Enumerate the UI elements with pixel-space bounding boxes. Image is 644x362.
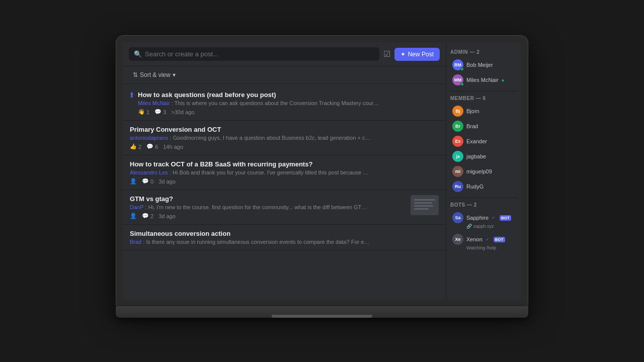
table-row[interactable]: GTM vs gtag? DanP : Hi, i'm new to the c… bbox=[123, 190, 446, 225]
comment-count: 💬 6 bbox=[146, 143, 158, 150]
post-preview-text: : Goodmorning guys, I have a question ab… bbox=[170, 135, 371, 141]
avatar: ja bbox=[452, 151, 463, 162]
new-post-icon: ✦ bbox=[400, 51, 406, 58]
new-post-label: New Post bbox=[408, 51, 434, 58]
post-preview: Miles McNair : This is where you can ask… bbox=[138, 100, 379, 106]
section-divider bbox=[450, 198, 517, 198]
avatar-initials: Ex bbox=[455, 139, 460, 144]
bot-header: Xe Xenon ✓ BOT bbox=[452, 234, 515, 245]
sidebar-item-miguelp09[interactable]: mi miguelp09 bbox=[450, 164, 517, 178]
member-section-label: MEMBER — 6 bbox=[450, 96, 517, 101]
sidebar-item-miles-mcnair[interactable]: MM Miles McNair ● bbox=[450, 73, 517, 87]
post-author: Alessandro Les bbox=[130, 169, 168, 175]
bot-badge: BOT bbox=[500, 215, 511, 221]
link-icon: 🔗 bbox=[466, 224, 472, 229]
admin-section-label: ADMIN — 2 bbox=[450, 49, 517, 55]
screen-bezel: 🔍 ☑ ✦ New Post ⇅ Sort & view bbox=[116, 35, 528, 307]
chevron-down-icon: ▾ bbox=[173, 71, 176, 78]
search-wrapper[interactable]: 🔍 bbox=[129, 47, 379, 61]
inbox-icon[interactable]: ☑ bbox=[383, 49, 390, 59]
post-body: Primary Conversion and OCT antoniodapran… bbox=[130, 126, 439, 150]
online-indicator bbox=[460, 67, 464, 71]
post-preview-text: : Hi, i'm new to the course. first quest… bbox=[145, 204, 371, 210]
avatar-small: 👤 bbox=[130, 213, 137, 219]
post-title: Simultaneous conversion action bbox=[130, 230, 439, 237]
avatar: Bj bbox=[452, 106, 463, 117]
table-row[interactable]: How to track OCT of a B2B SaaS with recu… bbox=[123, 155, 446, 190]
post-meta: 👍 2 💬 6 14h ago bbox=[130, 143, 439, 150]
avatar: Ex bbox=[452, 136, 463, 147]
pin-icon: ⬆ bbox=[129, 91, 135, 99]
table-row[interactable]: ⬆ How to ask questions (read before you … bbox=[123, 86, 446, 121]
comment-icon: 💬 bbox=[142, 178, 149, 185]
search-icon: 🔍 bbox=[134, 50, 142, 58]
sidebar-item-xenon[interactable]: Xe Xenon ✓ BOT Watching /help bbox=[450, 232, 517, 252]
sidebar-item-brad[interactable]: Br Brad bbox=[450, 119, 517, 133]
post-time: 3d ago bbox=[158, 213, 176, 219]
avatar-initials: Xe bbox=[455, 237, 460, 242]
post-body: How to track OCT of a B2B SaaS with recu… bbox=[130, 160, 439, 185]
comment-icon: 💬 bbox=[154, 109, 162, 115]
new-post-button[interactable]: ✦ New Post bbox=[394, 48, 440, 61]
bot-sub-info: Watching /help bbox=[452, 245, 515, 250]
table-row[interactable]: Simultaneous conversion action Brad : Is… bbox=[123, 225, 446, 250]
like-emoji: 👋 bbox=[138, 109, 145, 115]
user-avatar-icon: 👤 bbox=[130, 178, 137, 185]
app-container: 🔍 ☑ ✦ New Post ⇅ Sort & view bbox=[123, 42, 521, 300]
post-title: GTM vs gtag? bbox=[130, 195, 406, 203]
post-author: antoniodaprano bbox=[130, 135, 168, 141]
post-preview: Brad : Is there any issue in running sim… bbox=[130, 239, 371, 245]
post-title: How to track OCT of a B2B SaaS with recu… bbox=[130, 160, 439, 168]
online-indicator bbox=[460, 82, 464, 86]
post-time: >30d ago bbox=[171, 109, 194, 115]
activity-badge: ● bbox=[502, 77, 505, 83]
laptop-base bbox=[116, 307, 528, 318]
like-emoji: 👍 bbox=[130, 143, 137, 150]
post-meta: 👤 💬 0 3d ago bbox=[130, 178, 439, 185]
member-name: Sapphire bbox=[466, 215, 489, 221]
search-input[interactable] bbox=[145, 50, 374, 58]
sidebar-item-bjorn[interactable]: Bj Bjorn bbox=[450, 104, 517, 118]
post-title: Primary Conversion and OCT bbox=[130, 126, 439, 133]
avatar: Ru bbox=[452, 181, 463, 192]
table-row[interactable]: Primary Conversion and OCT antoniodapran… bbox=[123, 121, 446, 155]
main-content: 🔍 ☑ ✦ New Post ⇅ Sort & view bbox=[123, 42, 446, 300]
sidebar: ADMIN — 2 BM Bob Meijer MM Mile bbox=[446, 42, 521, 300]
avatar: Br bbox=[452, 121, 463, 132]
sidebar-item-rudyg[interactable]: Ru RudyG bbox=[450, 179, 517, 194]
post-body: How to ask questions (read before you po… bbox=[130, 91, 439, 115]
member-name: miguelp09 bbox=[466, 168, 492, 174]
post-body: GTM vs gtag? DanP : Hi, i'm new to the c… bbox=[130, 195, 406, 219]
section-divider bbox=[450, 91, 517, 92]
thumb-line bbox=[414, 205, 433, 207]
sort-view-button[interactable]: ⇅ Sort & view ▾ bbox=[129, 69, 180, 80]
post-preview: antoniodaprano : Goodmorning guys, I hav… bbox=[130, 135, 371, 141]
member-name: Bob Meijer bbox=[466, 62, 493, 68]
post-author: DanP bbox=[130, 204, 144, 210]
avatar: BM bbox=[452, 59, 463, 70]
avatar-initials: MM bbox=[454, 77, 462, 82]
post-preview-text: : This is where you can ask questions ab… bbox=[172, 100, 379, 106]
member-name: Bjorn bbox=[466, 108, 479, 114]
verified-icon: ✓ bbox=[492, 215, 496, 220]
post-time: 3d ago bbox=[158, 178, 176, 185]
avatar-initials: Sa bbox=[455, 215, 460, 220]
sidebar-item-jagbabe[interactable]: ja jagbabe bbox=[450, 149, 517, 163]
bot-header: Sa Sapphire ✓ BOT bbox=[452, 212, 515, 223]
avatar-initials: mi bbox=[455, 169, 461, 174]
member-name: Exander bbox=[466, 138, 487, 144]
member-name: Miles McNair bbox=[466, 77, 499, 83]
post-author: Brad bbox=[130, 239, 141, 245]
sidebar-item-exander[interactable]: Ex Exander bbox=[450, 134, 517, 148]
avatar: Xe bbox=[452, 234, 463, 245]
avatar: Sa bbox=[452, 212, 463, 223]
bot-info-text: Watching /help bbox=[466, 245, 515, 250]
post-title: How to ask questions (read before you po… bbox=[138, 91, 439, 99]
post-preview-text: : Is there any issue in running simultan… bbox=[143, 239, 371, 245]
avatar-initials: Ru bbox=[455, 184, 461, 189]
sidebar-item-sapphire[interactable]: Sa Sapphire ✓ BOT 🔗 sapph.xyz bbox=[450, 211, 517, 230]
sidebar-item-bob-meijer[interactable]: BM Bob Meijer bbox=[450, 58, 517, 72]
verified-icon: ✓ bbox=[486, 237, 490, 242]
comment-icon: 💬 bbox=[146, 143, 153, 150]
comment-count: 💬 2 bbox=[142, 213, 153, 219]
